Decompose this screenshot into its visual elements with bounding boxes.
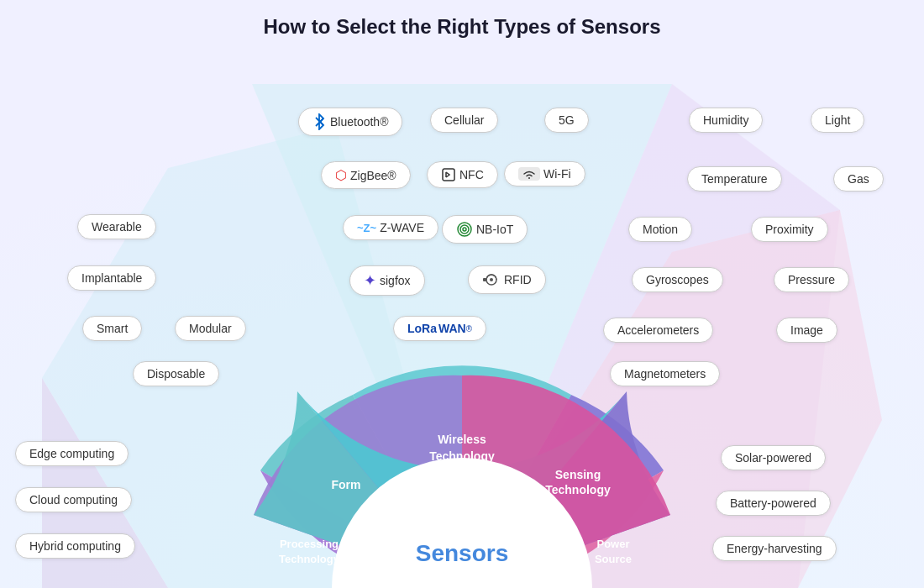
svg-rect-19 xyxy=(483,278,486,281)
edge-computing-pill: Edge computing xyxy=(15,441,129,466)
gas-pill: Gas xyxy=(833,166,884,192)
bluetooth-pill: Bluetooth® xyxy=(298,108,402,136)
pressure-pill: Pressure xyxy=(774,267,849,292)
svg-text:Wireless: Wireless xyxy=(438,433,486,446)
hybrid-computing-pill: Hybrid computing xyxy=(15,533,135,559)
battery-powered-pill: Battery-powered xyxy=(716,491,831,516)
gyroscopes-pill: Gyroscopes xyxy=(632,267,723,292)
lorawan-pill: LoRaWAN® xyxy=(393,316,486,341)
zigbee-pill: ⬡ ZigBee® xyxy=(321,161,411,189)
wifi-pill: Wi-Fi xyxy=(504,161,585,186)
image-pill: Image xyxy=(776,318,837,343)
svg-text:Processing: Processing xyxy=(280,538,339,550)
nfc-pill: NFC xyxy=(427,161,498,188)
svg-text:Sensing: Sensing xyxy=(555,468,601,481)
implantable-pill: Implantable xyxy=(67,265,156,291)
humidity-pill: Humidity xyxy=(689,108,763,133)
svg-text:Sensors: Sensors xyxy=(416,540,509,566)
svg-text:Technology: Technology xyxy=(545,483,611,496)
solar-powered-pill: Solar-powered xyxy=(721,445,826,470)
energy-harvesting-pill: Energy-harvesting xyxy=(712,536,837,561)
disposable-pill: Disposable xyxy=(133,361,219,386)
svg-point-15 xyxy=(460,225,469,234)
cellular-pill: Cellular xyxy=(430,108,498,133)
temperature-pill: Temperature xyxy=(687,166,782,192)
svg-point-16 xyxy=(463,228,466,231)
sigfox-pill: ✦ sigfox xyxy=(349,265,425,296)
modular-pill: Modular xyxy=(175,316,246,341)
zwave-pill: ~Z~ Z-WAVE xyxy=(343,215,438,240)
accelerometers-pill: Accelerometers xyxy=(603,318,713,343)
svg-text:Technology: Technology xyxy=(429,449,495,463)
5g-pill: 5G xyxy=(544,108,589,133)
nbiot-pill: NB-IoT xyxy=(442,215,528,244)
svg-text:Form: Form xyxy=(332,478,361,491)
magnetometers-pill: Magnetometers xyxy=(610,361,720,386)
motion-pill: Motion xyxy=(628,217,692,242)
svg-text:Source: Source xyxy=(595,553,632,565)
svg-text:Power: Power xyxy=(596,538,629,550)
light-pill: Light xyxy=(811,108,864,133)
rfid-pill: RFID xyxy=(468,265,546,294)
svg-point-18 xyxy=(490,278,493,281)
proximity-pill: Proximity xyxy=(751,217,828,242)
svg-text:Technology: Technology xyxy=(279,553,340,565)
smart-pill: Smart xyxy=(82,316,142,341)
wearable-pill: Wearable xyxy=(77,214,156,239)
page-title: How to Select the Right Types of Sensors xyxy=(0,15,924,39)
cloud-computing-pill: Cloud computing xyxy=(15,487,132,512)
